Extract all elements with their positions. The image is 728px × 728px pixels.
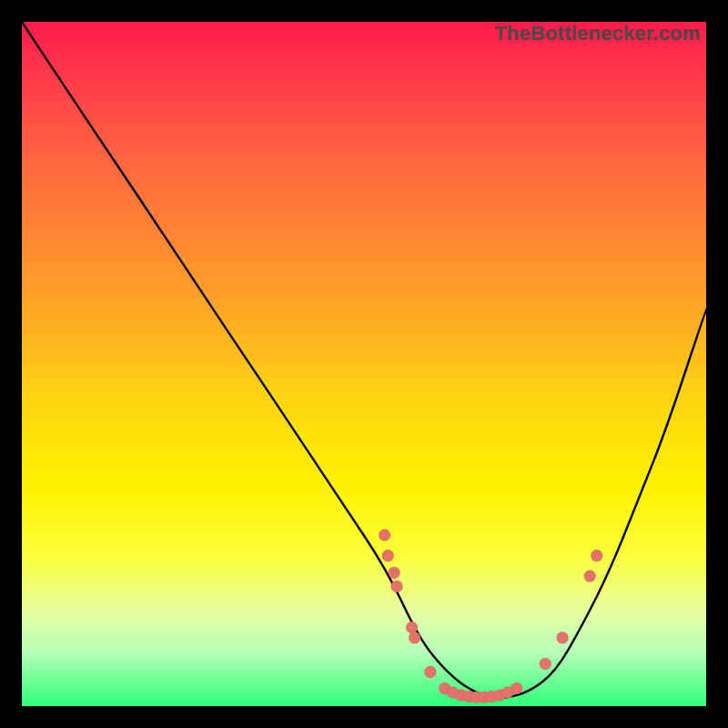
data-point — [584, 571, 596, 582]
curve-data-points — [379, 530, 602, 703]
data-point — [591, 550, 602, 561]
data-point — [409, 632, 420, 643]
bottleneck-curve-path — [22, 22, 706, 698]
data-point — [406, 622, 418, 633]
data-point — [379, 530, 390, 541]
watermark-text: TheBottlenecker.com — [495, 22, 701, 46]
data-point — [382, 550, 394, 561]
data-point — [511, 682, 522, 694]
data-point — [540, 658, 551, 670]
data-point — [424, 666, 436, 678]
data-point — [557, 632, 569, 643]
data-point — [391, 581, 403, 592]
data-point — [389, 567, 400, 579]
bottleneck-curve-svg — [22, 22, 706, 706]
chart-frame: TheBottlenecker.com — [22, 22, 706, 706]
